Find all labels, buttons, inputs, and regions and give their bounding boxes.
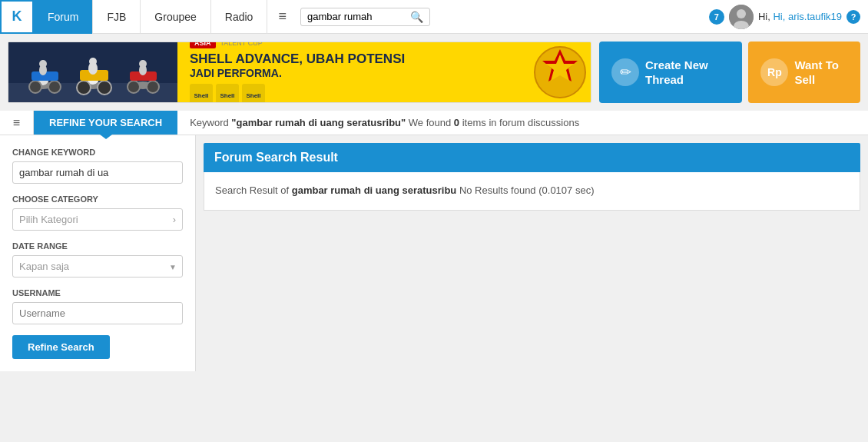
create-thread-icon: ✏ [611, 58, 639, 86]
top-navigation: K Forum FJB Groupee Radio ≡ 🔍 7 Hi, Hi, … [0, 0, 868, 34]
nav-radio[interactable]: Radio [211, 0, 268, 34]
logo[interactable]: K [0, 0, 34, 34]
change-keyword-input[interactable] [12, 161, 183, 184]
svg-point-7 [29, 81, 41, 93]
svg-point-8 [48, 81, 61, 93]
svg-point-20 [39, 60, 47, 68]
refine-tab[interactable]: REFINE YOUR SEARCH [34, 111, 177, 135]
svg-point-1 [737, 9, 746, 18]
nav-groupee[interactable]: Groupee [141, 0, 210, 34]
svg-point-13 [98, 81, 111, 95]
choose-category-label: CHOOSE CATEGORY [12, 194, 183, 204]
refine-search-button[interactable]: Refine Search [12, 335, 110, 359]
main-content: CHANGE KEYWORD CHOOSE CATEGORY Pilih Kat… [0, 135, 868, 371]
avatar[interactable] [729, 5, 754, 29]
result-area: Forum Search Result Search Result of gam… [196, 135, 868, 371]
date-range-wrapper: Kapan saja Hari ini Minggu ini Bulan ini [12, 255, 183, 277]
result-header: Forum Search Result [204, 143, 860, 172]
svg-point-16 [128, 81, 140, 93]
want-to-sell-button[interactable]: Rp Want To Sell [748, 42, 860, 103]
create-thread-button[interactable]: ✏ Create New Thread [599, 42, 742, 103]
search-input[interactable] [307, 11, 407, 22]
refine-bar: ≡ REFINE YOUR SEARCH Keyword "gambar rum… [0, 111, 868, 135]
nav-fjb[interactable]: FJB [93, 0, 141, 34]
banner-text: ASIA TALENT CUP SHELL ADVANCE, UBAH POTE… [177, 42, 529, 103]
banner-logo [529, 42, 591, 103]
banner-image: ASIA TALENT CUP SHELL ADVANCE, UBAH POTE… [8, 42, 591, 103]
banner-row: ASIA TALENT CUP SHELL ADVANCE, UBAH POTE… [0, 34, 868, 111]
date-range-label: DATE RANGE [12, 241, 183, 251]
svg-point-17 [147, 81, 159, 93]
banner-subtitle: JADI PERFORMA. [190, 67, 517, 79]
nav-more-icon[interactable]: ≡ [267, 0, 297, 34]
username-input[interactable] [12, 302, 183, 324]
action-buttons: ✏ Create New Thread Rp Want To Sell [599, 42, 860, 103]
username-label: USERNAME [12, 288, 183, 297]
banner-left-img [8, 42, 177, 102]
want-to-sell-icon: Rp [760, 58, 788, 86]
result-body: Search Result of gambar rumah di uang se… [204, 172, 860, 211]
banner-title: SHELL ADVANCE, UBAH POTENSI [190, 52, 517, 67]
search-icon[interactable]: 🔍 [410, 11, 423, 23]
search-bar: 🔍 [300, 8, 430, 26]
notification-badge[interactable]: 7 [709, 9, 724, 25]
svg-point-22 [89, 58, 97, 65]
refine-keyword-info: Keyword "gambar rumah di uang seratusrib… [177, 111, 868, 135]
result-keyword: gambar rumah di uang seratusribu [292, 184, 457, 196]
category-select[interactable]: Pilih Kategori › [12, 208, 183, 231]
change-keyword-label: CHANGE KEYWORD [12, 148, 183, 157]
svg-point-12 [77, 81, 91, 95]
sidebar: CHANGE KEYWORD CHOOSE CATEGORY Pilih Kat… [0, 135, 196, 371]
category-arrow-icon: › [173, 214, 176, 225]
svg-point-24 [139, 60, 147, 68]
nav-forum[interactable]: Forum [34, 0, 93, 34]
nav-right: 7 Hi, Hi, aris.taufik19 ? [709, 5, 868, 29]
sidebar-toggle-icon[interactable]: ≡ [0, 111, 34, 135]
date-range-select[interactable]: Kapan saja Hari ini Minggu ini Bulan ini [12, 255, 183, 277]
user-greeting: Hi, Hi, aris.taufik19 [758, 11, 842, 22]
help-icon[interactable]: ? [846, 10, 860, 24]
